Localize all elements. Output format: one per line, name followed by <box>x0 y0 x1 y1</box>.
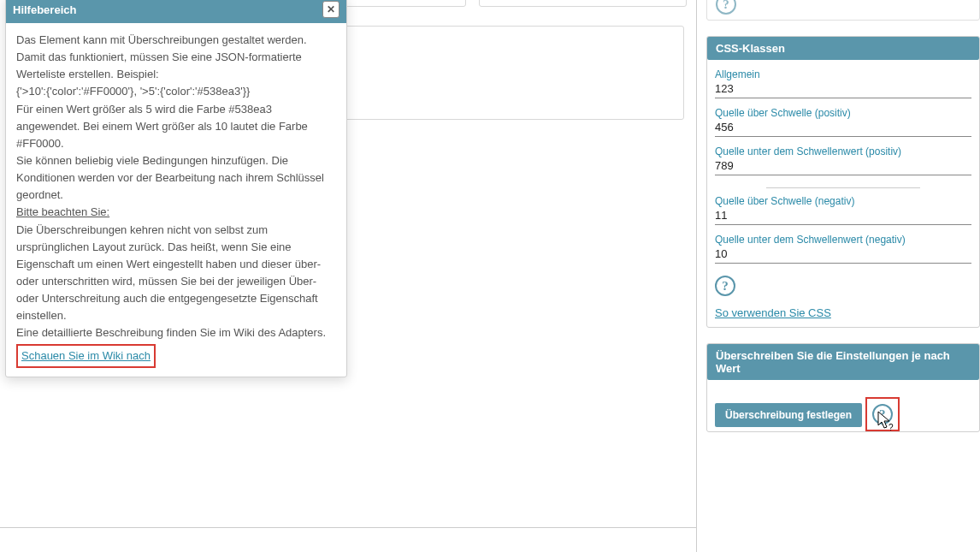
faded-panel-top: ? <box>706 0 980 21</box>
set-override-button[interactable]: Überschreibung festlegen <box>715 403 862 427</box>
input-pos-over[interactable] <box>715 119 971 137</box>
help-text-3: Sie können beliebig viele Bedingungen hi… <box>16 152 336 204</box>
input-neg-under[interactable] <box>715 246 971 264</box>
field-label-pos-under: Quelle unter dem Schwellenwert (positiv) <box>715 145 971 157</box>
field-label-pos-over: Quelle über Schwelle (positiv) <box>715 107 971 119</box>
wiki-link-highlight: Schauen Sie im Wiki nach <box>16 344 156 368</box>
field-label-neg-under: Quelle unter dem Schwellenwert (negativ) <box>715 234 971 246</box>
input-allgemein[interactable] <box>715 80 971 98</box>
help-icon[interactable]: ? <box>715 276 735 296</box>
help-icon[interactable]: ? <box>716 0 736 15</box>
input-pos-under[interactable] <box>715 157 971 175</box>
help-panel: Hilfebereich ✕ Das Element kann mit Über… <box>5 0 347 377</box>
cursor-icon: ? <box>877 411 896 433</box>
svg-text:?: ? <box>888 423 894 432</box>
override-panel-title: Überschreiben Sie die Einstellungen je n… <box>707 344 979 380</box>
help-panel-body: Das Element kann mit Überschreibungen ge… <box>6 23 346 377</box>
field-label-allgemein: Allgemein <box>715 68 971 80</box>
help-panel-header: Hilfebereich ✕ <box>6 0 346 23</box>
css-panel-title: CSS-Klassen <box>707 37 979 60</box>
field-label-neg-over: Quelle über Schwelle (negativ) <box>715 195 971 207</box>
css-classes-panel: CSS-Klassen Allgemein Quelle über Schwel… <box>706 36 980 328</box>
help-icon-highlight: ? ? <box>865 397 900 431</box>
close-icon[interactable]: ✕ <box>322 1 339 18</box>
css-help-link[interactable]: So verwenden Sie CSS <box>715 306 831 319</box>
divider <box>766 187 920 188</box>
help-text-2: Für einen Wert größer als 5 wird die Far… <box>16 101 336 152</box>
help-text-4: Die Überschreibungen kehren nicht von se… <box>16 222 336 325</box>
help-text-1: Das Element kann mit Überschreibungen ge… <box>16 32 336 83</box>
help-note-label: Bitte beachten Sie: <box>16 204 336 221</box>
help-code: {'>10':{'color':'#FF0000'}, '>5':{'color… <box>16 83 336 100</box>
help-panel-title: Hilfebereich <box>13 3 76 16</box>
override-panel: Überschreiben Sie die Einstellungen je n… <box>706 343 980 432</box>
wiki-link[interactable]: Schauen Sie im Wiki nach <box>21 349 151 362</box>
help-text-5: Eine detaillierte Beschreibung finden Si… <box>16 324 336 341</box>
input-neg-over[interactable] <box>715 207 971 225</box>
